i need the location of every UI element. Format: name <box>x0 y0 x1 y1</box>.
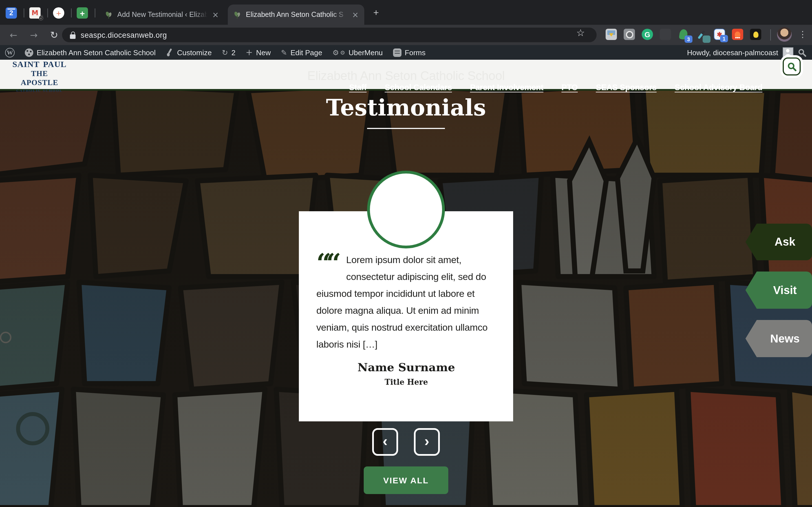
tab-divider <box>71 8 71 17</box>
forms-label: Forms <box>405 48 426 57</box>
close-tab-icon[interactable]: × <box>352 10 359 19</box>
forward-icon[interactable]: → <box>27 28 41 42</box>
tab-divider <box>47 8 48 17</box>
new-content-button[interactable]: + New <box>241 45 276 60</box>
image-downloader-icon[interactable] <box>606 29 617 40</box>
visit-label: Visit <box>773 284 797 297</box>
view-all-label: VIEW ALL <box>383 475 428 485</box>
browser-toolbar: ← → ↻ seaspc.diocesanweb.org ☆ G 3 ✱ 1 <box>0 25 812 45</box>
testimonial-avatar-placeholder <box>367 171 445 248</box>
profile-avatar[interactable] <box>777 27 792 42</box>
eyedropper-icon[interactable] <box>696 29 707 40</box>
lightbulb-extension-icon[interactable] <box>750 29 761 40</box>
comment-extension-icon[interactable]: ✱ 1 <box>714 29 725 40</box>
next-testimonial-button[interactable]: › <box>414 428 440 456</box>
tab-divider <box>24 8 24 17</box>
edit-page-button[interactable]: ✎ Edit Page <box>276 45 327 60</box>
chevron-right-icon: › <box>424 432 429 450</box>
nav-item-staff[interactable]: Staff <box>349 83 366 92</box>
news-label: News <box>770 332 800 345</box>
site-header: SAINTPAUL THE APOSTLE CATHOLIC SCHOOL El… <box>0 60 812 91</box>
gmail-badge: 6 <box>39 15 43 21</box>
flame-extension-icon[interactable] <box>732 29 743 40</box>
ask-label: Ask <box>774 235 795 248</box>
dropper-badge <box>703 36 711 43</box>
updates-button[interactable]: ↻ 2 <box>217 45 241 60</box>
logo-paul: PAUL <box>43 60 66 69</box>
close-tab-icon[interactable]: × <box>212 10 219 19</box>
wordpress-icon: W <box>5 48 15 57</box>
admin-site-name[interactable]: Elizabeth Ann Seton Catholic School <box>20 45 161 60</box>
pinned-tab-gmail[interactable]: M 6 <box>29 7 41 18</box>
gmail-icon: M <box>32 9 38 17</box>
nav-item-pto[interactable]: PTO <box>561 83 578 92</box>
brush-icon <box>166 48 174 56</box>
extensions-row: G 3 ✱ 1 <box>606 29 761 40</box>
update-icon: ↻ <box>222 48 228 57</box>
bookmark-star-icon[interactable]: ☆ <box>576 27 585 38</box>
chevron-left-icon: ‹ <box>383 432 388 450</box>
ubermenu-button[interactable]: ⚙⚙ UberMenu <box>327 45 388 60</box>
leaf-extension-icon[interactable]: 3 <box>678 29 689 40</box>
plus-circle-icon: + <box>56 8 61 18</box>
new-tab-button[interactable]: + <box>370 7 382 19</box>
sheets-icon: + <box>80 8 85 18</box>
side-tab-ask[interactable]: Ask <box>746 224 812 260</box>
forms-icon <box>393 48 402 57</box>
gear-small-icon: ⚙ <box>340 49 345 55</box>
howdy-account[interactable]: Howdy, diocesan-palmcoast <box>687 48 778 57</box>
customize-label: Customize <box>177 48 212 57</box>
nav-item-school-calendars[interactable]: School Calendars <box>385 83 452 92</box>
url-text: seaspc.diocesanweb.org <box>81 31 167 39</box>
back-icon[interactable]: ← <box>7 28 20 42</box>
pinned-tab-sheets[interactable]: + <box>77 7 88 18</box>
leaf-badge: 3 <box>684 36 693 43</box>
admin-search-icon[interactable] <box>798 48 806 57</box>
toolbar-divider <box>770 29 771 41</box>
address-bar[interactable]: seaspc.diocesanweb.org <box>62 27 597 42</box>
side-tab-visit[interactable]: Visit <box>746 272 812 309</box>
pinned-tab-add[interactable]: + <box>53 7 64 18</box>
disabled-extension-icon[interactable] <box>660 29 671 40</box>
lock-icon <box>70 31 75 39</box>
wp-logo-menu[interactable]: W <box>0 45 20 60</box>
ubermenu-label: UberMenu <box>349 48 383 57</box>
nav-item-school-advisory-board[interactable]: School Advisory Board <box>675 83 762 92</box>
site-title-ghost: Elizabeth Ann Seton Catholic School <box>0 69 812 83</box>
pinned-tab-calendar[interactable]: 2 <box>6 7 17 18</box>
site-search-button[interactable] <box>783 57 801 75</box>
customize-button[interactable]: Customize <box>161 45 217 60</box>
page-title: Testimonials <box>0 94 812 121</box>
testimonial-author-title: Title Here <box>316 378 496 387</box>
reload-icon[interactable]: ↻ <box>47 28 61 42</box>
previous-testimonial-button[interactable]: ‹ <box>372 428 398 456</box>
search-icon <box>787 62 797 71</box>
site-favicon <box>234 11 241 18</box>
tab-elizabeth-ann-seton[interactable]: Elizabeth Ann Seton Catholic S × <box>228 4 364 25</box>
grammarly-icon[interactable]: G <box>642 29 653 40</box>
gear-icon: ⚙ <box>333 48 339 57</box>
title-underline <box>367 128 445 129</box>
nav-item-parent-involvement[interactable]: Parent Involvement <box>470 83 543 92</box>
testimonial-author-name: Name Surname <box>316 361 496 374</box>
site-favicon <box>105 11 113 18</box>
quote-icon: ““ <box>316 254 336 273</box>
view-all-button[interactable]: VIEW ALL <box>364 466 448 494</box>
plus-icon: + <box>246 47 253 57</box>
tab-title: Elizabeth Ann Seton Catholic S <box>246 11 348 18</box>
site-navigation: Staff School Calendars Parent Involvemen… <box>349 83 762 92</box>
browser-menu-icon[interactable]: ⋮ <box>799 27 807 41</box>
tab-strip: 2 M 6 + + Add New Testimonial ‹ Elizabet… <box>0 0 812 25</box>
screenshot-icon[interactable] <box>624 29 635 40</box>
side-tab-news[interactable]: News <box>746 320 812 357</box>
logo-catholic-school: CATHOLIC SCHOOL <box>16 89 63 93</box>
wp-admin-bar: W Elizabeth Ann Seton Catholic School Cu… <box>0 45 812 60</box>
edit-page-label: Edit Page <box>290 48 322 57</box>
tab-add-new-testimonial[interactable]: Add New Testimonial ‹ Elizabet × <box>99 4 224 25</box>
account-avatar[interactable] <box>783 47 794 58</box>
site-icon <box>25 48 33 57</box>
nav-item-seas-sponsors[interactable]: SEAS Sponsors <box>596 83 657 92</box>
forms-button[interactable]: Forms <box>388 45 431 60</box>
new-label: New <box>256 48 271 57</box>
browser-window: 2 M 6 + + Add New Testimonial ‹ Elizabet… <box>0 0 812 507</box>
